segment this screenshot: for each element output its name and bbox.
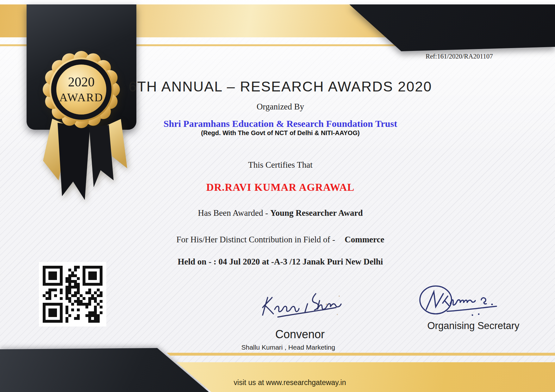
field-prefix: For His/Her Distinct Contribution in Fie…	[176, 235, 335, 244]
convenor-detail-label: Shallu Kumari , Head Marketing	[225, 344, 352, 351]
recipient-name: DR.RAVI KUMAR AGRAWAL	[27, 182, 533, 193]
organization-name: Shri Paramhans Education & Research Foun…	[27, 118, 533, 129]
footer-website-text: visit us at www.researchgateway.in	[227, 378, 353, 387]
organized-by-label: Organized By	[27, 102, 533, 112]
reference-number: Ref:161/2020/RA201107	[426, 53, 493, 60]
qr-code	[39, 262, 106, 327]
organising-secretary-role-label: Organising Secretary	[410, 320, 537, 332]
signature-convenor	[259, 289, 351, 320]
award-prefix: Has Been Awarded -	[198, 208, 270, 218]
field-value: Commerce	[345, 235, 384, 244]
award-line: Has Been Awarded - Young Researcher Awar…	[27, 208, 533, 218]
convenor-role-label: Convenor	[253, 328, 347, 341]
registration-note: (Regd. With The Govt of NCT of Delhi & N…	[27, 129, 533, 137]
field-line: For His/Her Distinct Contribution in Fie…	[27, 235, 533, 245]
certificate-page: 2020 AWARD Ref:161/2020/RA201107 6TH ANN…	[0, 0, 555, 392]
signature-organising-secretary	[416, 283, 511, 319]
award-name: Young Researcher Award	[270, 208, 363, 218]
certificate-title: 6TH ANNUAL – RESEARCH AWARDS 2020	[27, 78, 533, 95]
certifies-label: This Certifies That	[27, 160, 533, 170]
